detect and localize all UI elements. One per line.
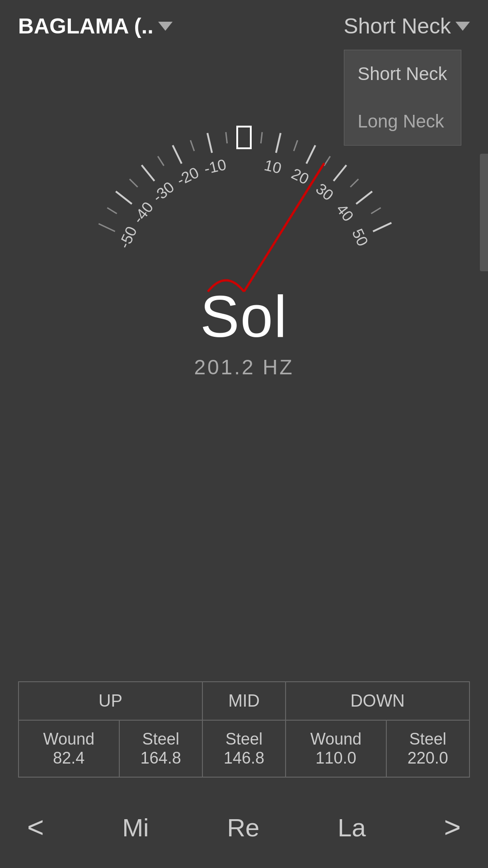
tick-minor <box>226 132 227 143</box>
nav-note-left[interactable]: Mi <box>122 813 149 842</box>
label-neg50: -50 <box>115 224 140 251</box>
label-pos50: 50 <box>349 226 371 249</box>
tick-neg20 <box>173 145 182 163</box>
instrument-dropdown-arrow[interactable] <box>158 22 173 31</box>
needle <box>244 163 324 292</box>
mid-steel-value: 146.8 <box>224 749 264 767</box>
up-steel-cell[interactable]: Steel 164.8 <box>119 720 202 777</box>
string-table-container: UP MID DOWN Wound 82.4 Steel 164.8 Steel… <box>18 681 470 778</box>
label-pos20: 20 <box>289 165 312 188</box>
neck-selector[interactable]: Short Neck <box>344 14 470 38</box>
label-pos40: 40 <box>333 201 357 225</box>
nav-bar: < Mi Re La > <box>0 787 488 868</box>
neck-dropdown[interactable]: Short Neck Long Neck <box>344 50 461 146</box>
down-steel-value: 220.0 <box>408 749 448 767</box>
instrument-selector[interactable]: BAGLAMA (.. <box>18 14 173 38</box>
tick-minor <box>324 156 330 166</box>
label-pos10: 10 <box>263 156 283 177</box>
next-button[interactable]: > <box>444 811 461 844</box>
header-mid[interactable]: MID <box>202 682 286 720</box>
tick-pos10 <box>276 133 281 153</box>
tick-pos40 <box>356 191 372 204</box>
tick-neg30 <box>141 165 154 181</box>
up-steel-label: Steel <box>142 730 179 748</box>
note-frequency: 201.2 HZ <box>194 355 294 379</box>
note-display: Sol 201.2 HZ <box>194 283 294 379</box>
string-table-data-row: Wound 82.4 Steel 164.8 Steel 146.8 Wound… <box>19 720 469 777</box>
neck-label: Short Neck <box>344 14 451 38</box>
neck-dropdown-arrow[interactable] <box>455 22 470 31</box>
tick-neg50-minor <box>99 224 115 231</box>
mid-steel-cell[interactable]: Steel 146.8 <box>202 720 286 777</box>
header: BAGLAMA (.. Short Neck Short Neck Long N… <box>0 0 488 43</box>
prev-button[interactable]: < <box>27 811 44 844</box>
down-wound-label: Wound <box>310 730 361 748</box>
tick-neg40 <box>116 191 131 204</box>
string-table-header-row: UP MID DOWN <box>19 682 469 720</box>
tick-minor <box>158 156 164 166</box>
down-steel-cell[interactable]: Steel 220.0 <box>386 720 469 777</box>
nav-note-mid[interactable]: Re <box>227 813 260 842</box>
neck-option-short[interactable]: Short Neck <box>344 50 461 98</box>
label-pos30: 30 <box>313 180 337 204</box>
tick-minor <box>190 140 194 151</box>
down-steel-label: Steel <box>409 730 446 748</box>
instrument-label: BAGLAMA (.. <box>18 14 154 38</box>
down-wound-value: 110.0 <box>315 749 356 767</box>
up-wound-value: 82.4 <box>53 749 84 767</box>
header-down[interactable]: DOWN <box>286 682 469 720</box>
label-neg20: -20 <box>174 164 202 189</box>
mid-steel-label: Steel <box>225 730 263 748</box>
label-neg10: -10 <box>202 156 228 177</box>
tick-zero-box <box>237 127 251 148</box>
tick-pos20 <box>306 145 315 163</box>
neck-option-long[interactable]: Long Neck <box>344 98 461 145</box>
up-wound-label: Wound <box>43 730 94 748</box>
up-steel-value: 164.8 <box>141 749 181 767</box>
up-wound-cell[interactable]: Wound 82.4 <box>19 720 119 777</box>
tick-minor <box>130 179 138 187</box>
header-up[interactable]: UP <box>19 682 202 720</box>
tick-pos30 <box>333 165 346 181</box>
tick-minor <box>350 179 358 187</box>
label-neg40: -40 <box>129 198 156 226</box>
tick-neg10 <box>207 133 212 153</box>
tick-minor <box>261 132 262 143</box>
needle-arc <box>208 280 244 292</box>
tick-minor <box>107 208 117 214</box>
tick-pos50 <box>373 223 391 231</box>
tick-minor <box>371 208 380 214</box>
down-wound-cell[interactable]: Wound 110.0 <box>286 720 386 777</box>
tick-minor <box>294 140 297 151</box>
neck-dropdown-container[interactable]: Short Neck Short Neck Long Neck <box>344 14 470 38</box>
nav-note-right[interactable]: La <box>338 813 366 842</box>
label-neg30: -30 <box>149 178 177 205</box>
string-table: UP MID DOWN Wound 82.4 Steel 164.8 Steel… <box>18 681 470 778</box>
